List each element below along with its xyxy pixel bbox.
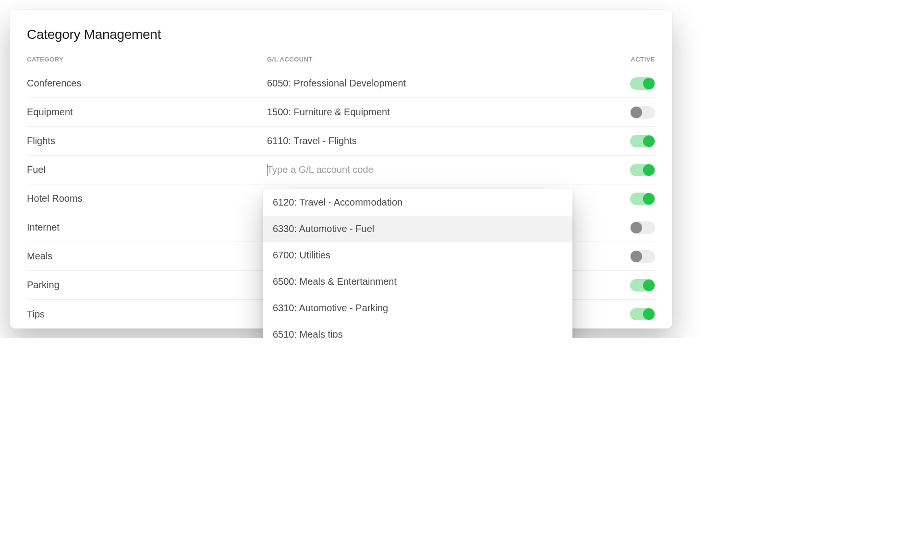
category-cell: Conferences (27, 78, 267, 89)
active-cell (617, 164, 655, 176)
dropdown-option[interactable]: 6700: Utilities (263, 242, 572, 268)
active-toggle[interactable] (630, 279, 655, 292)
gl-account-cell[interactable]: 6050: Professional Development (267, 78, 617, 89)
toggle-knob (631, 251, 642, 262)
active-cell (617, 279, 655, 292)
category-cell: Hotel Rooms (27, 193, 267, 204)
active-cell (617, 221, 655, 234)
active-toggle[interactable] (630, 193, 655, 205)
toggle-knob (643, 164, 655, 176)
toggle-knob (631, 107, 642, 118)
page-title: Category Management (27, 27, 655, 42)
category-cell: Meals (27, 251, 267, 262)
category-cell: Fuel (27, 164, 267, 175)
category-cell: Tips (27, 309, 267, 320)
active-cell (617, 106, 655, 119)
dropdown-option[interactable]: 6510: Meals tips (263, 321, 572, 338)
table-row: Flights6110: Travel - Flights (27, 127, 655, 156)
gl-account-input[interactable] (267, 163, 617, 176)
table-row: Conferences6050: Professional Developmen… (27, 69, 655, 98)
dropdown-option[interactable]: 6330: Automotive - Fuel (263, 216, 572, 242)
category-cell: Internet (27, 222, 267, 233)
active-cell (617, 193, 655, 205)
toggle-knob (643, 78, 655, 89)
active-toggle[interactable] (630, 164, 655, 176)
category-cell: Equipment (27, 107, 267, 118)
active-toggle[interactable] (630, 221, 655, 234)
active-toggle[interactable] (630, 106, 655, 119)
table-row: Fuel (27, 156, 655, 184)
category-cell: Parking (27, 280, 267, 291)
column-header-category: CATEGORY (27, 56, 267, 63)
active-cell (617, 135, 655, 147)
toggle-knob (643, 308, 655, 320)
active-toggle[interactable] (630, 135, 655, 147)
category-management-card: Category Management CATEGORY G/L ACCOUNT… (10, 10, 672, 329)
column-header-active: ACTIVE (617, 56, 655, 63)
dropdown-option[interactable]: 6500: Meals & Entertainment (263, 268, 572, 295)
gl-account-dropdown: 6120: Travel - Accommodation6330: Automo… (263, 189, 572, 338)
gl-account-input-wrapper (267, 163, 617, 176)
toggle-knob (643, 193, 655, 205)
toggle-knob (631, 222, 642, 233)
active-cell (617, 250, 655, 263)
active-toggle[interactable] (630, 308, 655, 320)
active-toggle[interactable] (630, 77, 655, 90)
text-caret (267, 164, 267, 176)
table-row: Equipment1500: Furniture & Equipment (27, 98, 655, 127)
gl-account-cell[interactable]: 1500: Furniture & Equipment (267, 107, 617, 118)
category-cell: Flights (27, 135, 267, 146)
table-header: CATEGORY G/L ACCOUNT ACTIVE (27, 56, 655, 69)
gl-account-cell[interactable]: 6110: Travel - Flights (267, 135, 617, 146)
toggle-knob (643, 280, 655, 291)
active-toggle[interactable] (630, 250, 655, 263)
active-cell (617, 308, 655, 320)
column-header-gl-account: G/L ACCOUNT (267, 56, 617, 63)
dropdown-option[interactable]: 6120: Travel - Accommodation (263, 189, 572, 216)
toggle-knob (643, 135, 655, 147)
active-cell (617, 77, 655, 90)
dropdown-option[interactable]: 6310: Automotive - Parking (263, 295, 572, 321)
